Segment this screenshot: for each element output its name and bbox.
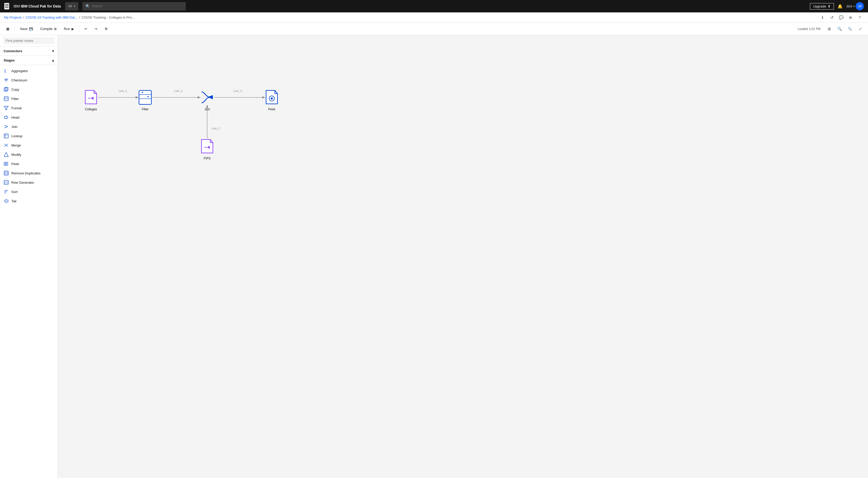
sidebar-item-lookup[interactable]: Lookup [0,131,58,141]
breadcrumb-icons: ℹ ↺ 💬 ⊕ ? [818,13,864,22]
sidebar-item-peek[interactable]: Peek [0,159,58,169]
redo-button[interactable]: ↪ [91,25,100,32]
pipeline-canvas[interactable]: Colleges Filter Join Peek FIPSLink_1Link… [58,35,868,478]
search-input[interactable] [92,4,183,8]
svg-marker-6 [4,106,8,110]
sidebar-item-label-remove-duplicates: Remove Duplicates [11,171,40,175]
filter-icon [4,96,9,101]
sidebar-item-label-filter: Filter [11,97,19,101]
redo-icon: ↪ [95,27,97,31]
run-icon: ▶ [71,27,74,31]
compile-icon: ⊞ [54,27,57,31]
node-label-peek: Peek [268,108,275,111]
node-icon-fips [200,139,214,155]
zoom-out-icon: 🔍 [848,27,852,31]
compile-button[interactable]: Compile ⊞ [37,25,60,32]
search-scope-label: All [68,4,72,8]
sort-icon [4,189,9,194]
sidebar-search-container [0,35,58,47]
stages-section-header[interactable]: Stages ▴ [0,56,58,65]
save-button[interactable]: Save 💾 [17,25,36,32]
connectors-label: Connectors [4,49,22,53]
sidebar-item-row-generator[interactable]: Row Generator [0,178,58,187]
sidebar-item-label-lookup: Lookup [11,134,23,138]
search-container: 🔍 [83,2,186,10]
zoom-out-button[interactable]: 🔍 [845,24,855,34]
breadcrumb-project[interactable]: COVID-19 Tracking with IBM Dat... [26,16,78,19]
breadcrumb-my-projects[interactable]: My Projects [4,16,22,19]
search-icon: 🔍 [86,4,90,8]
history-button[interactable]: ↺ [828,13,836,22]
zoom-in-button[interactable]: 🔍 [835,24,844,34]
hamburger-icon: ☰ [5,4,9,9]
settings-icon: ⚙ [104,27,108,31]
remove-duplicates-icon [4,171,9,176]
sidebar-item-copy[interactable]: Copy [0,85,58,94]
info-button[interactable]: ℹ [818,13,827,22]
join-icon [4,124,9,129]
breadcrumb-current: COVID Tracking - Colleges in Pro... [82,16,134,19]
stages-label: Stages [4,58,15,62]
sidebar-item-funnel[interactable]: Funnel [0,103,58,113]
navbar-right: Upgrade ⬆ 🔔 IBM ▾ JJ [810,1,864,11]
fit-button[interactable]: ⊞ [825,24,834,34]
sidebar-item-label-aggregator: Aggregator [11,69,28,73]
sidebar-item-filter[interactable]: Filter [0,94,58,103]
modify-icon [4,152,9,157]
user-menu[interactable]: IBM ▾ [846,4,855,8]
sidebar-item-head[interactable]: Head [0,113,58,122]
upgrade-button[interactable]: Upgrade ⬆ [810,3,834,9]
svg-text:Σ: Σ [4,69,6,73]
share-button[interactable]: ⊕ [846,13,855,22]
pipeline-node-join[interactable]: Join [200,89,214,111]
pipeline-node-colleges[interactable]: Colleges [84,89,98,111]
svg-point-29 [271,97,273,99]
checksum-icon [4,78,9,83]
copy-icon [4,87,9,92]
node-icon-peek [265,89,279,107]
settings-button[interactable]: ⚙ [101,25,111,32]
pipeline-node-fips[interactable]: FIPS [200,139,214,160]
palette-toggle-button[interactable]: ▦ [3,25,12,32]
sidebar-item-label-merge: Merge [11,143,21,147]
sidebar-item-join[interactable]: Join [0,122,58,131]
undo-button[interactable]: ↩ [82,25,90,32]
fit-icon: ⊞ [828,27,831,31]
link-label-Link_3: Link_3 [234,89,242,92]
comments-button[interactable]: 💬 [837,13,845,22]
head-icon [4,115,9,120]
help-button[interactable]: ? [856,13,864,22]
merge-icon [4,143,9,148]
avatar[interactable]: JJ [856,2,864,10]
bell-icon: 🔔 [838,4,843,9]
sidebar-item-remove-duplicates[interactable]: Remove Duplicates [0,169,58,178]
node-label-fips: FIPS [204,156,211,160]
run-label: Run [64,27,70,31]
connectors-section-header[interactable]: Connectors ▾ [0,47,58,56]
menu-button[interactable]: ☰ [4,3,9,9]
link-label-Link_2: Link_2 [212,127,220,130]
notifications-button[interactable]: 🔔 [835,1,845,11]
sidebar-item-merge[interactable]: Merge [0,141,58,150]
sidebar-item-tail[interactable]: Tail [0,197,58,206]
sidebar-item-label-row-generator: Row Generator [11,181,34,184]
link-label-Link_4: Link_4 [174,89,182,92]
sidebar-item-aggregator[interactable]: ΣAggregator [0,66,58,76]
pipeline-node-filter[interactable]: Filter [138,89,152,111]
sidebar-item-checksum[interactable]: Checksum [0,76,58,85]
row-generator-icon [4,180,9,185]
sidebar-item-label-join: Join [11,125,18,129]
sidebar-search-input[interactable] [3,37,55,44]
breadcrumb-sep-1: / [23,16,24,19]
sidebar-item-sort[interactable]: Sort [0,187,58,197]
svg-rect-7 [4,134,8,138]
run-button[interactable]: Run ▶ [61,25,77,32]
search-scope-container: All ▾ [65,2,78,10]
toolbar-right: Loaded 1:01 PM ⊞ 🔍 🔍 ⤢ [798,24,865,34]
sidebar-item-modify[interactable]: Modify [0,150,58,159]
pipeline-node-peek[interactable]: Peek [265,89,279,111]
main-container: Connectors ▾ Stages ▴ ΣAggregatorChecksu… [0,35,868,478]
undo-icon: ↩ [85,27,87,31]
svg-rect-25 [139,90,151,104]
fullscreen-button[interactable]: ⤢ [856,24,865,34]
